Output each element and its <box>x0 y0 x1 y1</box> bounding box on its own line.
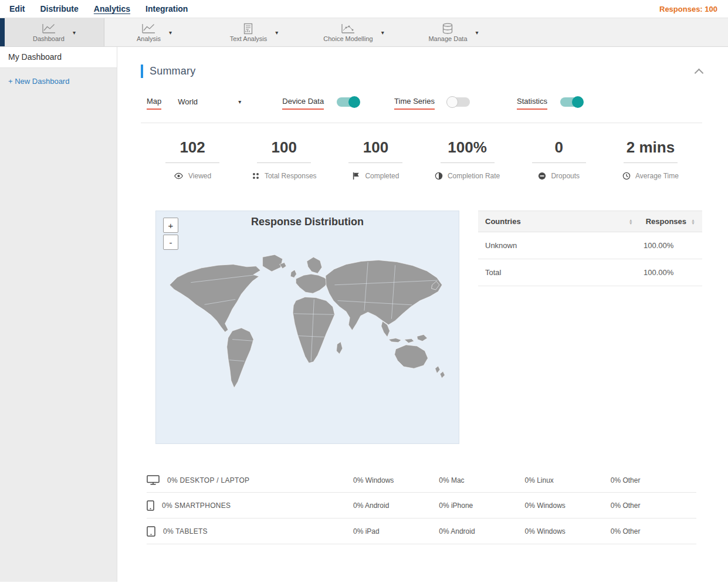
device-cell: 0% Mac <box>439 476 524 484</box>
map-label: Map <box>147 97 161 110</box>
time-series-toggle[interactable] <box>448 97 470 107</box>
map-region-value: World <box>178 97 198 106</box>
statistics-label: Statistics <box>517 97 547 110</box>
toolbar-item-text-analysis[interactable]: Text Analysis ▾ <box>204 18 304 46</box>
tablet-icon <box>147 526 155 537</box>
chevron-down-icon[interactable]: ▾ <box>381 29 384 36</box>
table-row: Unknown 100.00% <box>478 232 702 259</box>
device-cell: 0% Android <box>439 527 524 535</box>
table-row: Total 100.00% <box>478 259 702 286</box>
countries-table: Countries ▲▼ Responses ▲▼ Unknown 100.00… <box>478 211 702 444</box>
country-cell: Unknown <box>485 241 644 250</box>
table-row: 0% DESKTOP / LAPTOP 0% Windows 0% Mac 0%… <box>147 467 696 493</box>
line-chart-icon <box>141 23 156 35</box>
device-cell: 0% Other <box>611 527 696 535</box>
toggle-knob <box>348 96 360 108</box>
toolbar-item-label: Analysis <box>137 35 161 42</box>
toolbar-item-label: Text Analysis <box>230 35 268 42</box>
chevron-down-icon[interactable]: ▾ <box>476 29 479 36</box>
device-cell: 0% Other <box>611 476 696 484</box>
stat-label: Dropouts <box>551 172 580 180</box>
sort-arrows-icon: ▲▼ <box>629 219 633 225</box>
device-cell: 0% Windows <box>353 476 439 484</box>
desktop-icon <box>147 475 160 485</box>
map-region-select[interactable]: World ▾ <box>178 97 241 109</box>
responses-sort-header[interactable]: Responses ▲▼ <box>646 217 695 226</box>
stat-value: 100% <box>448 138 487 162</box>
toolbar-item-choice-modelling[interactable]: Choice Modelling ▾ <box>304 18 404 46</box>
stat-label: Completed <box>365 172 399 180</box>
device-cell: 0% Android <box>353 501 439 510</box>
visualization-row: Response Distribution + - <box>141 211 702 444</box>
section-title: Summary <box>150 65 195 77</box>
new-dashboard-button[interactable]: + New Dashboard <box>0 68 117 94</box>
line-chart-icon <box>41 23 56 35</box>
zoom-in-button[interactable]: + <box>163 218 178 233</box>
zoom-out-button[interactable]: - <box>163 235 178 250</box>
toolbar-item-label: Choice Modelling <box>323 35 373 42</box>
toolbar-item-dashboard[interactable]: Dashboard ▾ <box>5 18 104 46</box>
clock-icon <box>622 172 631 180</box>
nav-item-edit[interactable]: Edit <box>9 4 25 13</box>
toolbar-item-analysis[interactable]: Analysis ▾ <box>104 18 204 46</box>
toolbar-item-label: Dashboard <box>33 35 65 42</box>
statistics-toggle[interactable] <box>560 97 583 107</box>
responses-cell: 100.00% <box>644 241 695 250</box>
collapse-chevron-icon[interactable] <box>695 69 704 78</box>
nav-item-distribute[interactable]: Distribute <box>40 4 78 13</box>
main-content: Summary Map World ▾ Device Data Time Ser… <box>117 47 728 582</box>
stat-value: 102 <box>180 138 205 162</box>
chevron-down-icon[interactable]: ▾ <box>73 29 76 36</box>
toolbar-left-edge <box>0 18 5 46</box>
stat-completed: 100 Completed <box>330 138 421 180</box>
countries-header-label: Countries <box>485 217 521 226</box>
table-row: 0% SMARTPHONES 0% Android 0% iPhone 0% W… <box>147 493 696 518</box>
countries-sort-header[interactable]: Countries ▲▼ <box>485 217 646 226</box>
nav-item-integration[interactable]: Integration <box>145 4 188 13</box>
scatter-chart-icon <box>340 23 355 35</box>
toolbar-item-label: Manage Data <box>428 35 467 42</box>
device-cell: 0% Other <box>611 501 696 510</box>
stat-viewed: 102 Viewed <box>147 138 238 180</box>
world-map-svg[interactable] <box>156 211 459 443</box>
map-title: Response Distribution <box>156 216 459 228</box>
device-cell: 0% Windows <box>525 501 611 510</box>
device-breakdown-table: 0% DESKTOP / LAPTOP 0% Windows 0% Mac 0%… <box>141 467 702 544</box>
stat-label: Completion Rate <box>448 172 500 180</box>
stat-label: Viewed <box>188 172 211 180</box>
stat-underline <box>165 162 219 163</box>
summary-header: Summary <box>141 65 702 78</box>
device-cell: 0% Windows <box>525 527 611 535</box>
device-cell: 0% iPad <box>353 527 439 535</box>
half-circle-icon <box>435 172 443 180</box>
time-series-label: Time Series <box>394 97 435 110</box>
countries-table-header: Countries ▲▼ Responses ▲▼ <box>478 211 702 232</box>
device-label: 0% SMARTPHONES <box>162 501 231 510</box>
dots-grid-icon <box>252 172 260 180</box>
toolbar-item-manage-data[interactable]: Manage Data ▾ <box>404 18 503 46</box>
chevron-down-icon[interactable]: ▾ <box>169 29 172 36</box>
device-label: 0% TABLETS <box>163 527 208 535</box>
sort-arrows-icon: ▲▼ <box>691 219 695 225</box>
stat-underline <box>348 162 402 163</box>
toggle-knob <box>572 96 584 108</box>
device-cell: 0% Linux <box>525 476 611 484</box>
stat-dropouts: 0 Dropouts <box>513 138 605 180</box>
toggle-knob <box>446 96 458 108</box>
stat-value: 100 <box>363 138 388 162</box>
device-data-toggle[interactable] <box>337 97 359 107</box>
stat-completion-rate: 100% Completion Rate <box>422 138 513 180</box>
stat-underline <box>257 162 311 163</box>
stat-total-responses: 100 Total Responses <box>238 138 330 180</box>
minus-circle-icon <box>538 172 546 180</box>
flag-icon <box>352 172 360 180</box>
database-icon <box>441 23 454 35</box>
response-distribution-map[interactable]: Response Distribution + - <box>155 211 459 444</box>
sidebar-item-my-dashboard[interactable]: My Dashboard <box>0 47 117 68</box>
table-row: 0% TABLETS 0% iPad 0% Android 0% Windows… <box>147 518 696 544</box>
chevron-down-icon: ▾ <box>238 99 241 105</box>
responses-count[interactable]: Responses: 100 <box>659 5 717 13</box>
nav-item-analytics[interactable]: Analytics <box>94 4 130 13</box>
section-accent-bar <box>141 65 143 78</box>
chevron-down-icon[interactable]: ▾ <box>275 29 278 36</box>
